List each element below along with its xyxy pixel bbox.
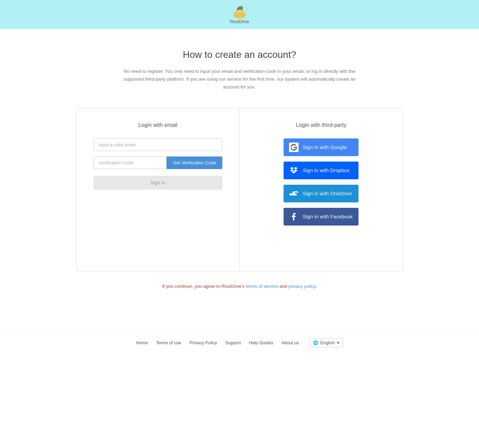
site-header: RiceDrive <box>0 0 479 29</box>
description-text: No need to register. You only need to in… <box>117 68 362 91</box>
language-label: English <box>320 340 335 345</box>
google-icon <box>289 143 299 152</box>
dropbox-button-label: Sign in with Dropbox <box>303 167 350 173</box>
facebook-button-label: Sign in with Facebook <box>303 214 353 219</box>
language-selector[interactable]: 🌐 English ▾ <box>309 338 343 347</box>
onedrive-icon <box>289 189 299 198</box>
page-title: How to create an account? <box>76 49 403 60</box>
footer-support-link[interactable]: Support <box>225 340 241 345</box>
login-third-section: Login with third-party Sign in with Goog… <box>240 109 403 271</box>
main-content: How to create an account? No need to reg… <box>69 29 410 302</box>
logo: RiceDrive <box>230 5 249 24</box>
verification-row: Get Verification Code <box>94 156 223 169</box>
sign-in-button[interactable]: Sign In <box>94 176 223 189</box>
login-email-section: Login with email Get Verification Code S… <box>77 109 240 271</box>
dropbox-icon <box>289 166 299 175</box>
facebook-icon <box>289 212 299 221</box>
chevron-down-icon: ▾ <box>337 340 339 345</box>
google-button-label: Sign in with Google <box>303 144 347 150</box>
footer-about-link[interactable]: About us <box>282 340 299 345</box>
third-party-section-title: Login with third-party <box>257 122 386 128</box>
footer-terms-link[interactable]: Terms of use <box>156 340 181 345</box>
footer-links: Home Terms of use Privacy Policy Support… <box>136 340 299 345</box>
footer-help-link[interactable]: Help Guides <box>249 340 273 345</box>
privacy-policy-link[interactable]: privacy policy <box>288 284 316 289</box>
footer-home-link[interactable]: Home <box>136 340 148 345</box>
sign-in-onedrive-button[interactable]: Sign in with OneDrive <box>284 185 358 202</box>
sign-in-facebook-button[interactable]: Sign in with Facebook <box>284 208 358 226</box>
email-input[interactable] <box>94 138 223 151</box>
terms-of-service-link[interactable]: terms of service <box>246 284 278 289</box>
onedrive-button-label: Sign in with OneDrive <box>303 190 352 196</box>
globe-icon: 🌐 <box>313 340 318 345</box>
login-panel: Login with email Get Verification Code S… <box>76 108 403 271</box>
footer: Home Terms of use Privacy Policy Support… <box>0 330 479 355</box>
get-verification-code-button[interactable]: Get Verification Code <box>166 156 222 169</box>
sign-in-dropbox-button[interactable]: Sign in with Dropbox <box>284 162 358 179</box>
terms-notice: If you continue, you agree to RiceDrive'… <box>76 284 403 289</box>
verification-code-input[interactable] <box>94 156 167 169</box>
footer-privacy-link[interactable]: Privacy Policy <box>190 340 217 345</box>
email-section-title: Login with email <box>94 122 223 128</box>
logo-icon <box>231 5 248 18</box>
sign-in-google-button[interactable]: Sign in with Google <box>284 138 358 156</box>
logo-text: RiceDrive <box>230 19 249 24</box>
